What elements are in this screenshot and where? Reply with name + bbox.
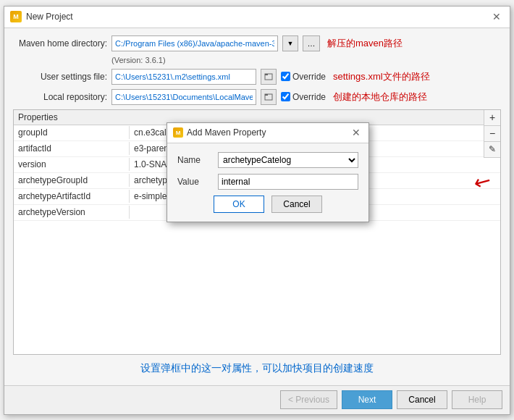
dialog-close-btn[interactable]: ✕ [350, 127, 363, 138]
maven-home-browse-btn[interactable]: … [303, 35, 320, 51]
close-icon[interactable]: ✕ [489, 11, 504, 22]
maven-home-label: Maven home directory: [13, 38, 107, 49]
dialog-value-row: Value [177, 174, 358, 190]
maven-home-dropdown-btn[interactable]: ▼ [282, 35, 298, 51]
svg-rect-3 [265, 94, 268, 96]
prop-key: archetypeArtifactId [14, 190, 130, 203]
dialog-title-left: M Add Maven Property [173, 127, 266, 138]
local-repo-label: Local repository: [13, 92, 107, 102]
add-maven-property-dialog: M Add Maven Property ✕ Name archetypeCat… [167, 122, 369, 222]
dialog-value-label: Value [177, 177, 214, 187]
title-bar: M New Project ✕ [4, 7, 510, 28]
local-repo-input[interactable] [111, 89, 256, 105]
edit-property-btn[interactable]: ✎ [484, 142, 500, 158]
dialog-name-select[interactable]: archetypeCatelog [218, 152, 358, 168]
window-icon: M [10, 11, 22, 22]
bottom-annotation: 设置弹框中的这一对属性，可以加快项目的创建速度 [13, 359, 501, 378]
local-repo-browse-btn[interactable] [261, 89, 277, 105]
user-settings-annotation: settings.xml文件的路径 [333, 70, 430, 83]
user-settings-browse-btn[interactable] [261, 69, 277, 85]
add-property-btn[interactable]: + [484, 110, 500, 126]
user-settings-label: User settings file: [13, 72, 107, 82]
prop-key: artifactId [14, 142, 130, 155]
dialog-content: Name archetypeCatelog Value OK Cancel [167, 143, 368, 222]
user-settings-row: User settings file: Override settings.xm… [13, 69, 501, 85]
next-btn[interactable]: Next [342, 390, 392, 409]
cancel-btn[interactable]: Cancel [397, 390, 447, 409]
props-toolbar: + − ✎ [484, 110, 500, 158]
new-project-window: M New Project ✕ Maven home directory: ▼ … [4, 6, 510, 415]
dialog-value-input[interactable] [218, 174, 358, 190]
prop-key: groupId [14, 126, 130, 139]
local-repo-override-checkbox[interactable] [281, 92, 290, 101]
dialog-title-text: Add Maven Property [187, 127, 266, 138]
prop-key: archetypeGroupId [14, 174, 130, 187]
title-bar-left: M New Project [10, 11, 73, 22]
maven-home-input[interactable] [111, 35, 278, 51]
user-settings-override-checkbox[interactable] [281, 72, 290, 81]
dialog-cancel-btn[interactable]: Cancel [271, 196, 322, 213]
user-settings-override[interactable]: Override [281, 72, 326, 82]
remove-property-btn[interactable]: − [484, 126, 500, 142]
local-repo-annotation: 创建的本地仓库的路径 [333, 91, 427, 104]
dialog-ok-btn[interactable]: OK [214, 196, 264, 213]
maven-home-row: Maven home directory: ▼ … 解压的maven路径 [13, 35, 501, 51]
version-note: (Version: 3.6.1) [111, 56, 501, 64]
dialog-buttons: OK Cancel [177, 196, 358, 213]
maven-home-annotation: 解压的maven路径 [327, 37, 403, 50]
svg-rect-1 [265, 74, 268, 75]
window-title: New Project [26, 12, 73, 22]
help-btn[interactable]: Help [452, 390, 502, 409]
dialog-name-label: Name [177, 155, 214, 165]
local-repo-override[interactable]: Override [281, 92, 326, 102]
prop-key: version [14, 158, 130, 171]
user-settings-input[interactable] [111, 69, 256, 85]
prop-key: archetypeVersion [14, 206, 130, 219]
local-repo-row: Local repository: Override 创建的本地仓库的路径 [13, 89, 501, 105]
dialog-name-row: Name archetypeCatelog [177, 152, 358, 168]
dialog-icon: M [173, 127, 183, 138]
footer: < Previous Next Cancel Help [4, 385, 510, 414]
dialog-title-bar: M Add Maven Property ✕ [167, 123, 368, 143]
content-area: Maven home directory: ▼ … 解压的maven路径 (Ve… [4, 28, 510, 385]
previous-btn[interactable]: < Previous [280, 390, 337, 409]
